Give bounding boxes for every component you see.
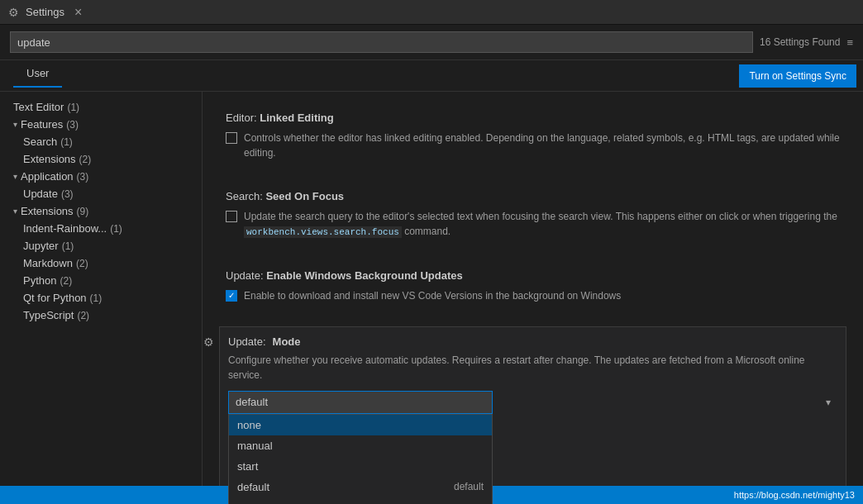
sidebar-label: TypeScript (23, 309, 74, 321)
sidebar-item-jupyter[interactable]: Jupyter (1) (0, 237, 202, 254)
content-area: Editor: Linked Editing Controls whether … (203, 92, 863, 504)
update-mode-select[interactable]: default (228, 391, 493, 414)
windows-updates-checkbox[interactable] (226, 290, 237, 302)
setting-linked-editing-row: Controls whether the editor has linked e… (226, 131, 840, 160)
settings-icon: ⚙ (8, 6, 19, 19)
sidebar-count: (3) (66, 119, 79, 131)
seed-on-focus-description: Update the search query to the editor's … (244, 209, 840, 240)
linked-editing-checkbox[interactable] (226, 132, 237, 144)
command-code: workbench.views.search.focus (244, 226, 402, 238)
default-tag: default (454, 481, 484, 492)
setting-category: Search: (226, 190, 265, 202)
option-label: default (237, 481, 269, 493)
sidebar-item-markdown[interactable]: Markdown (2) (0, 254, 202, 272)
search-results-count: 16 Settings Found (760, 36, 840, 48)
sidebar-label: Markdown (23, 257, 73, 269)
setting-linked-editing: Editor: Linked Editing Controls whether … (219, 105, 846, 167)
main-layout: Text Editor (1) ▾ Features (3) Search (1… (0, 92, 863, 504)
title-bar: ⚙ Settings × (0, 0, 863, 25)
checkbox-box[interactable] (226, 290, 237, 302)
update-category: Update: (228, 335, 266, 348)
sidebar-item-features[interactable]: ▾ Features (3) (0, 116, 202, 133)
sidebar-count: (1) (67, 102, 79, 113)
option-label: Disable updates. (237, 502, 317, 505)
sidebar-count: (1) (90, 292, 103, 304)
dropdown-list[interactable]: none manual start default default (228, 414, 493, 505)
sidebar-label: Python (23, 274, 56, 287)
sidebar-item-text-editor[interactable]: Text Editor (1) (0, 98, 202, 116)
sidebar-label: Search (23, 136, 57, 148)
setting-windows-row: Enable to download and install new VS Co… (226, 288, 840, 303)
linked-editing-description: Controls whether the editor has linked e… (244, 131, 840, 160)
sidebar-count: (2) (77, 310, 89, 321)
sidebar-item-indent-rainbow[interactable]: Indent-Rainbow... (1) (0, 220, 202, 237)
sidebar-item-extensions[interactable]: ▾ Extensions (9) (0, 202, 202, 220)
search-input[interactable] (10, 31, 753, 53)
option-label: start (237, 460, 258, 473)
windows-updates-description: Enable to download and install new VS Co… (244, 288, 621, 303)
sidebar-label: Extensions (23, 153, 76, 165)
checkbox-box[interactable] (226, 132, 237, 144)
setting-update-mode: ⚙ Update: Mode Configure whether you rec… (219, 326, 846, 505)
sidebar-count: (3) (77, 171, 89, 183)
update-mode-description: Configure whether you receive automatic … (228, 353, 837, 383)
sidebar-item-application[interactable]: ▾ Application (3) (0, 168, 202, 185)
gear-button[interactable]: ⚙ (203, 334, 216, 350)
dropdown-option-manual[interactable]: manual (229, 435, 492, 456)
user-tab[interactable]: User (13, 64, 62, 88)
dropdown-arrow-icon: ▾ (826, 397, 831, 408)
dropdown-wrapper: default ▾ none manual star (228, 391, 837, 414)
sidebar-item-extensions-features[interactable]: Extensions (2) (0, 150, 202, 168)
sidebar-item-update[interactable]: Update (3) (0, 185, 202, 202)
sidebar-item-search[interactable]: Search (1) (0, 133, 202, 150)
dropdown-option-disable[interactable]: Disable updates. (229, 497, 492, 505)
setting-name: Seed On Focus (265, 190, 344, 202)
sidebar: Text Editor (1) ▾ Features (3) Search (1… (0, 92, 203, 504)
dropdown-option-none[interactable]: none (229, 415, 492, 435)
sidebar-count: (1) (62, 240, 74, 252)
dropdown-option-default[interactable]: default default (229, 477, 492, 497)
update-mode-title: Update: Mode (228, 335, 837, 348)
checkbox-box[interactable] (226, 211, 237, 222)
sidebar-item-typescript[interactable]: TypeScript (2) (0, 307, 202, 324)
sidebar-item-python[interactable]: Python (2) (0, 272, 202, 289)
tab-row: User Turn on Settings Sync (0, 60, 863, 92)
option-label: none (237, 419, 261, 431)
setting-linked-editing-title: Editor: Linked Editing (226, 112, 840, 124)
sync-button[interactable]: Turn on Settings Sync (739, 64, 856, 88)
title-bar-title: Settings (26, 6, 64, 18)
sidebar-label: Application (21, 170, 74, 183)
setting-name: Enable Windows Background Updates (266, 269, 463, 282)
seed-on-focus-checkbox[interactable] (226, 211, 237, 222)
setting-category: Editor: (226, 112, 260, 124)
sidebar-count: (3) (61, 188, 74, 200)
sidebar-label: Indent-Rainbow... (23, 222, 107, 235)
sidebar-count: (2) (79, 154, 92, 165)
setting-seed-on-focus: Search: Seed On Focus Update the search … (219, 183, 846, 246)
setting-name: Linked Editing (260, 112, 334, 124)
sidebar-label: Qt for Python (23, 292, 87, 304)
sidebar-count: (1) (60, 136, 73, 148)
update-mode-name: Mode (273, 335, 301, 348)
arrow-icon: ▾ (13, 120, 17, 129)
sidebar-count: (2) (76, 258, 88, 269)
sidebar-count: (1) (110, 223, 122, 235)
close-button[interactable]: × (74, 5, 82, 20)
search-bar: 16 Settings Found ≡ (0, 25, 863, 60)
status-url: https://blog.csdn.net/mighty13 (734, 490, 855, 500)
sidebar-count: (2) (60, 275, 72, 287)
sidebar-label: Jupyter (23, 240, 59, 252)
sidebar-label: Text Editor (13, 101, 64, 113)
dropdown-option-start[interactable]: start (229, 456, 492, 477)
filter-icon[interactable]: ≡ (846, 36, 853, 49)
sidebar-item-qt-python[interactable]: Qt for Python (1) (0, 289, 202, 307)
arrow-icon: ▾ (13, 172, 17, 181)
setting-category: Update: (226, 269, 266, 282)
setting-seed-row: Update the search query to the editor's … (226, 209, 840, 240)
setting-seed-on-focus-title: Search: Seed On Focus (226, 190, 840, 202)
sidebar-count: (9) (77, 206, 89, 217)
setting-windows-updates-title: Update: Enable Windows Background Update… (226, 269, 840, 282)
sidebar-label: Features (21, 118, 63, 131)
sidebar-label: Extensions (21, 205, 74, 217)
option-label: manual (237, 440, 273, 452)
